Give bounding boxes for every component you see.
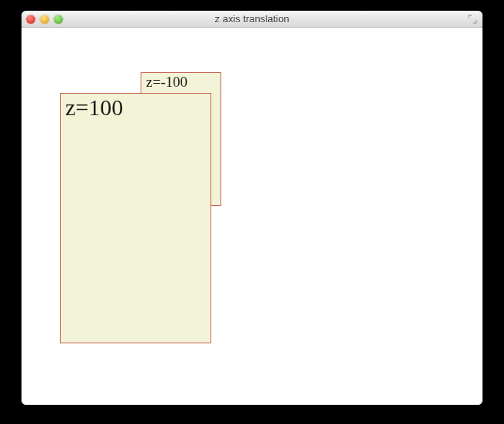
- app-window: z axis translation z=-100 z=100: [22, 11, 482, 405]
- z-plus-100-label: z=100: [65, 94, 123, 120]
- window-titlebar[interactable]: z axis translation: [22, 11, 482, 28]
- traffic-lights: [26, 15, 63, 24]
- fullscreen-icon[interactable]: [467, 14, 478, 25]
- close-icon[interactable]: [26, 15, 35, 24]
- minimize-icon[interactable]: [40, 15, 49, 24]
- window-title: z axis translation: [22, 13, 482, 25]
- z-plus-100-box: z=100: [60, 93, 211, 343]
- window-content: z=-100 z=100: [22, 28, 482, 405]
- zoom-icon[interactable]: [54, 15, 63, 24]
- z-minus-100-label: z=-100: [146, 74, 187, 90]
